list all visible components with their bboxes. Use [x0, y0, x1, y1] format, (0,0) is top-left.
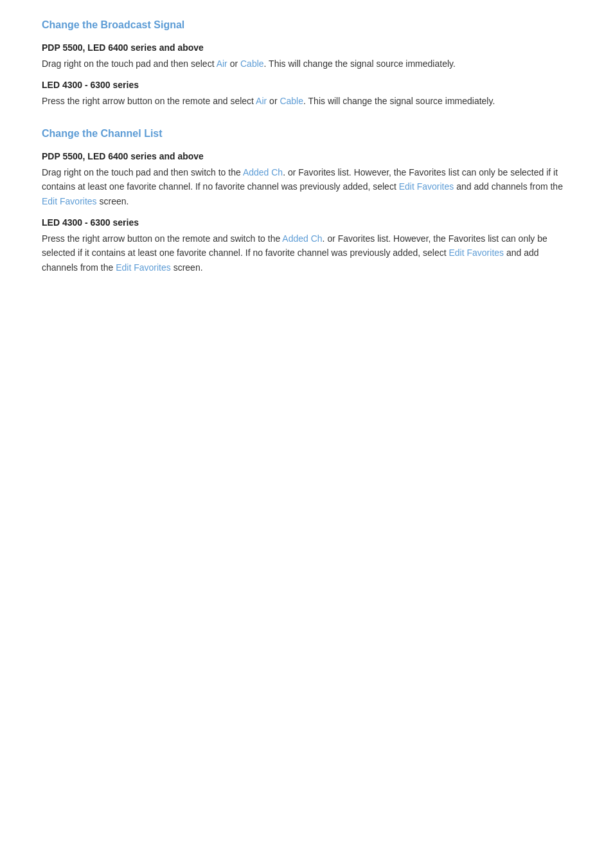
channel-pdp-subsection: PDP 5500, LED 6400 series and above Drag…	[42, 151, 571, 208]
channel-list-section: Change the Channel List PDP 5500, LED 64…	[42, 128, 571, 275]
channel-pdp-text4: screen.	[97, 196, 129, 206]
channel-led-added-link[interactable]: Added Ch	[282, 233, 322, 244]
channel-pdp-text3: and add channels from the	[454, 181, 563, 192]
broadcast-led-heading: LED 4300 - 6300 series	[42, 80, 571, 90]
broadcast-led-text1: Press the right arrow button on the remo…	[42, 96, 256, 106]
channel-led-heading: LED 4300 - 6300 series	[42, 217, 571, 228]
channel-led-text1: Press the right arrow button on the remo…	[42, 233, 282, 244]
broadcast-signal-title: Change the Broadcast Signal	[42, 19, 571, 31]
broadcast-pdp-subsection: PDP 5500, LED 6400 series and above Drag…	[42, 42, 571, 71]
broadcast-pdp-cable-link[interactable]: Cable	[240, 59, 264, 69]
broadcast-led-air-link[interactable]: Air	[256, 96, 267, 106]
broadcast-pdp-text2: or	[227, 59, 240, 69]
channel-pdp-text1: Drag right on the touch pad and then swi…	[42, 167, 243, 177]
broadcast-led-subsection: LED 4300 - 6300 series Press the right a…	[42, 80, 571, 108]
broadcast-led-cable-link[interactable]: Cable	[280, 96, 303, 106]
channel-led-text4: screen.	[171, 262, 203, 273]
broadcast-pdp-text1: Drag right on the touch pad and then sel…	[42, 59, 217, 69]
broadcast-led-text2: or	[267, 96, 280, 106]
channel-pdp-body: Drag right on the touch pad and then swi…	[42, 165, 571, 208]
broadcast-pdp-body: Drag right on the touch pad and then sel…	[42, 57, 571, 71]
broadcast-pdp-air-link[interactable]: Air	[217, 59, 227, 69]
channel-led-edit-link2[interactable]: Edit Favorites	[116, 262, 171, 273]
channel-list-title: Change the Channel List	[42, 128, 571, 140]
channel-pdp-heading: PDP 5500, LED 6400 series and above	[42, 151, 571, 161]
channel-led-edit-link1[interactable]: Edit Favorites	[449, 248, 504, 258]
channel-pdp-edit-link1[interactable]: Edit Favorites	[399, 181, 454, 192]
broadcast-led-text3: . This will change the signal source imm…	[303, 96, 495, 106]
broadcast-pdp-heading: PDP 5500, LED 6400 series and above	[42, 42, 571, 53]
channel-pdp-edit-link2[interactable]: Edit Favorites	[42, 196, 97, 206]
broadcast-led-body: Press the right arrow button on the remo…	[42, 94, 571, 108]
channel-led-subsection: LED 4300 - 6300 series Press the right a…	[42, 217, 571, 275]
channel-led-body: Press the right arrow button on the remo…	[42, 231, 571, 275]
broadcast-pdp-text3: . This will change the signal source imm…	[264, 59, 456, 69]
broadcast-signal-section: Change the Broadcast Signal PDP 5500, LE…	[42, 19, 571, 109]
channel-pdp-added-link[interactable]: Added Ch	[243, 167, 283, 177]
